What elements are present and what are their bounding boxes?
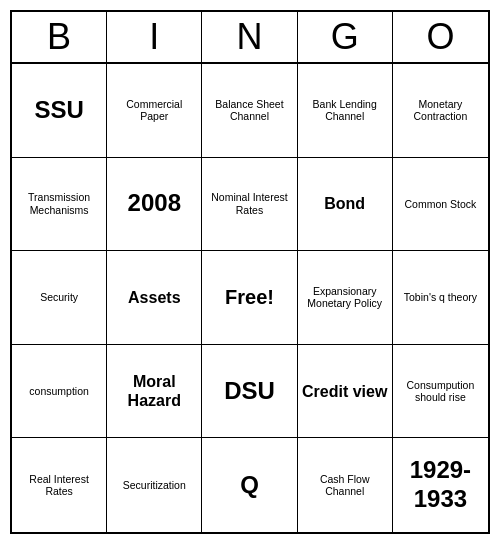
cell-text-0: SSU [34, 96, 83, 125]
bingo-cell-4[interactable]: Monetary Contraction [393, 64, 488, 158]
bingo-cell-2[interactable]: Balance Sheet Channel [202, 64, 297, 158]
cell-text-14: Tobin's q theory [404, 291, 477, 304]
bingo-cell-3[interactable]: Bank Lending Channel [298, 64, 393, 158]
header-b: B [12, 12, 107, 62]
bingo-cell-18[interactable]: Credit view [298, 345, 393, 439]
bingo-cell-17[interactable]: DSU [202, 345, 297, 439]
bingo-cell-24[interactable]: 1929-1933 [393, 438, 488, 532]
cell-text-22: Q [240, 471, 259, 500]
header-i: I [107, 12, 202, 62]
cell-text-1: Commercial Paper [111, 98, 197, 123]
cell-text-20: Real Interest Rates [16, 473, 102, 498]
bingo-cell-16[interactable]: Moral Hazard [107, 345, 202, 439]
bingo-cell-1[interactable]: Commercial Paper [107, 64, 202, 158]
header-o: O [393, 12, 488, 62]
header-n: N [202, 12, 297, 62]
cell-text-2: Balance Sheet Channel [206, 98, 292, 123]
bingo-cell-8[interactable]: Bond [298, 158, 393, 252]
cell-text-21: Securitization [123, 479, 186, 492]
cell-text-24: 1929-1933 [397, 456, 484, 514]
bingo-cell-0[interactable]: SSU [12, 64, 107, 158]
cell-text-12: Free! [225, 285, 274, 309]
bingo-cell-21[interactable]: Securitization [107, 438, 202, 532]
bingo-cell-5[interactable]: Transmission Mechanisms [12, 158, 107, 252]
bingo-cell-13[interactable]: Expansionary Monetary Policy [298, 251, 393, 345]
cell-text-15: consumption [29, 385, 89, 398]
header-g: G [298, 12, 393, 62]
cell-text-4: Monetary Contraction [397, 98, 484, 123]
cell-text-23: Cash Flow Channel [302, 473, 388, 498]
cell-text-5: Transmission Mechanisms [16, 191, 102, 216]
bingo-header: B I N G O [12, 12, 488, 64]
cell-text-17: DSU [224, 377, 275, 406]
bingo-cell-22[interactable]: Q [202, 438, 297, 532]
bingo-cell-9[interactable]: Common Stock [393, 158, 488, 252]
bingo-cell-23[interactable]: Cash Flow Channel [298, 438, 393, 532]
cell-text-7: Nominal Interest Rates [206, 191, 292, 216]
bingo-cell-15[interactable]: consumption [12, 345, 107, 439]
cell-text-10: Security [40, 291, 78, 304]
bingo-cell-20[interactable]: Real Interest Rates [12, 438, 107, 532]
cell-text-18: Credit view [302, 382, 387, 401]
cell-text-13: Expansionary Monetary Policy [302, 285, 388, 310]
cell-text-9: Common Stock [405, 198, 477, 211]
bingo-cell-12[interactable]: Free! [202, 251, 297, 345]
cell-text-16: Moral Hazard [111, 372, 197, 410]
cell-text-8: Bond [324, 194, 365, 213]
bingo-cell-10[interactable]: Security [12, 251, 107, 345]
cell-text-11: Assets [128, 288, 180, 307]
cell-text-19: Consumpution should rise [397, 379, 484, 404]
bingo-cell-19[interactable]: Consumpution should rise [393, 345, 488, 439]
bingo-card: B I N G O SSUCommercial PaperBalance She… [10, 10, 490, 534]
cell-text-3: Bank Lending Channel [302, 98, 388, 123]
bingo-cell-14[interactable]: Tobin's q theory [393, 251, 488, 345]
cell-text-6: 2008 [128, 189, 181, 218]
bingo-cell-7[interactable]: Nominal Interest Rates [202, 158, 297, 252]
bingo-grid: SSUCommercial PaperBalance Sheet Channel… [12, 64, 488, 532]
bingo-cell-6[interactable]: 2008 [107, 158, 202, 252]
bingo-cell-11[interactable]: Assets [107, 251, 202, 345]
